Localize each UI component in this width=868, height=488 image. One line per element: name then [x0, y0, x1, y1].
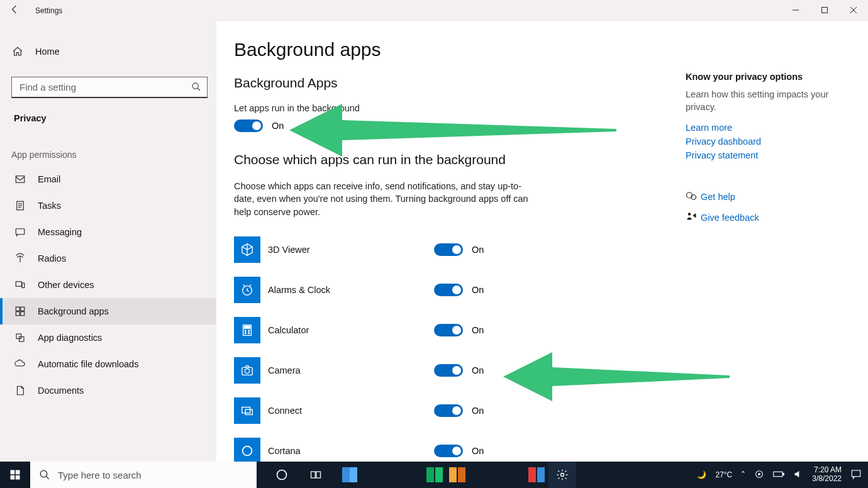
sidebar-item-radios[interactable]: Radios [0, 245, 216, 272]
svg-rect-18 [21, 312, 25, 316]
sidebar: Home Privacy App permissions Email Tasks… [0, 21, 216, 462]
taskbar-clock[interactable]: 7:20 AM 3/8/2022 [812, 466, 842, 484]
app-list: 3D Viewer On Alarms & Clock On Calculato… [234, 230, 849, 462]
start-button[interactable] [0, 462, 30, 488]
home-icon [11, 46, 24, 57]
taskbar-settings[interactable] [548, 462, 576, 488]
app-icon-cortana [234, 438, 260, 462]
other-devices-icon [14, 279, 26, 291]
taskbar-task-view[interactable] [302, 462, 330, 488]
search-input[interactable] [11, 77, 208, 98]
taskbar-date: 3/8/2022 [812, 475, 842, 484]
tray-chevron-icon[interactable]: ˄ [741, 470, 745, 480]
app-icon-3d-viewer [234, 236, 260, 263]
svg-point-27 [248, 333, 250, 334]
sidebar-item-app-diagnostics[interactable]: App diagnostics [0, 324, 216, 351]
nav-home[interactable]: Home [0, 39, 216, 64]
svg-point-24 [245, 330, 246, 331]
sidebar-item-label: Background apps [38, 306, 109, 316]
close-button[interactable] [839, 0, 868, 20]
app-toggle-camera[interactable] [434, 364, 463, 377]
page-title: Background apps [234, 39, 849, 60]
link-learn-more[interactable]: Learn more [686, 123, 849, 133]
tray-battery-icon[interactable] [773, 470, 784, 480]
app-name: Cortana [268, 446, 419, 456]
svg-point-49 [759, 473, 760, 475]
app-name: 3D Viewer [268, 245, 419, 255]
taskbar-search[interactable]: Type here to search [30, 462, 257, 488]
svg-rect-51 [783, 473, 784, 475]
sidebar-item-automatic-downloads[interactable]: Automatic file downloads [0, 351, 216, 377]
link-privacy-dashboard[interactable]: Privacy dashboard [686, 136, 849, 147]
sidebar-item-background-apps[interactable]: Background apps [0, 298, 216, 324]
back-button[interactable] [0, 4, 30, 18]
tasks-icon [14, 200, 26, 211]
svg-rect-6 [16, 176, 25, 183]
svg-point-44 [277, 470, 287, 480]
svg-rect-17 [16, 312, 19, 316]
tray-location-icon[interactable] [754, 469, 764, 481]
svg-rect-40 [11, 475, 15, 480]
svg-rect-20 [19, 337, 25, 342]
svg-point-29 [245, 369, 249, 373]
tray-volume-icon[interactable] [793, 469, 803, 481]
app-row: Alarms & Clock On [234, 270, 849, 310]
svg-rect-52 [852, 470, 860, 477]
app-toggle-state: On [472, 365, 484, 375]
svg-rect-30 [242, 407, 250, 413]
taskbar-time: 7:20 AM [812, 466, 842, 475]
section-subheading-permissions: App permissions [0, 128, 216, 166]
weather-temp[interactable]: 27°C [715, 470, 732, 479]
action-center-icon[interactable] [850, 469, 862, 482]
sidebar-item-other-devices[interactable]: Other devices [0, 272, 216, 298]
aside-heading: Know your privacy options [686, 72, 849, 82]
svg-rect-14 [22, 283, 25, 288]
app-toggle-3d-viewer[interactable] [434, 243, 463, 256]
app-toggle-calculator[interactable] [434, 324, 463, 336]
document-icon [14, 385, 26, 396]
taskbar-app-1[interactable] [336, 462, 364, 488]
link-get-help[interactable]: Get help [701, 192, 735, 202]
app-row: Connect On [234, 391, 849, 431]
sidebar-item-label: Email [38, 174, 60, 184]
sidebar-item-messaging[interactable]: Messaging [0, 219, 216, 245]
taskbar-search-placeholder: Type here to search [58, 470, 142, 480]
svg-point-26 [245, 333, 246, 334]
master-toggle[interactable] [234, 119, 263, 132]
taskbar-app-group-2[interactable] [528, 467, 545, 482]
taskbar-app-group[interactable] [426, 467, 465, 482]
svg-point-47 [561, 474, 564, 477]
messaging-icon [14, 226, 26, 238]
svg-point-32 [243, 446, 252, 456]
master-toggle-state: On [272, 121, 284, 131]
sidebar-item-label: Documents [38, 385, 84, 396]
svg-rect-13 [16, 282, 21, 287]
app-toggle-connect[interactable] [434, 404, 463, 417]
svg-point-42 [40, 470, 47, 477]
app-diagnostics-icon [14, 332, 26, 343]
maximize-button[interactable] [810, 0, 839, 20]
app-toggle-state: On [472, 325, 484, 335]
help-icon [686, 191, 701, 204]
app-icon-alarms [234, 277, 260, 303]
app-toggle-alarms[interactable] [434, 284, 463, 296]
app-toggle-cortana[interactable] [434, 445, 463, 457]
sidebar-item-tasks[interactable]: Tasks [0, 192, 216, 219]
window-title: Settings [35, 6, 62, 15]
search-icon [191, 82, 201, 94]
minimize-button[interactable] [781, 0, 810, 20]
app-row: Camera On [234, 350, 849, 391]
section-description: Choose which apps can receive info, send… [234, 180, 536, 218]
nav-home-label: Home [35, 47, 60, 57]
taskbar: Type here to search 🌙 27°C ˄ 7:20 AM 3/8… [0, 462, 868, 488]
weather-icon[interactable]: 🌙 [697, 470, 706, 479]
sidebar-item-documents[interactable]: Documents [0, 377, 216, 404]
link-privacy-statement[interactable]: Privacy statement [686, 150, 849, 160]
svg-rect-38 [11, 470, 15, 475]
taskbar-cortana[interactable] [268, 462, 296, 488]
app-name: Camera [268, 365, 419, 375]
sidebar-item-email[interactable]: Email [0, 166, 216, 192]
link-give-feedback[interactable]: Give feedback [701, 213, 759, 223]
app-name: Alarms & Clock [268, 285, 419, 295]
svg-rect-39 [16, 470, 20, 475]
